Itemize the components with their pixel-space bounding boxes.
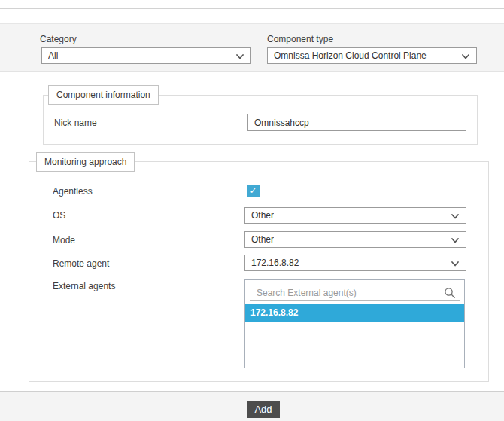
external-agents-list: 172.16.8.82 [245, 304, 464, 322]
component-type-select[interactable]: Omnissa Horizon Cloud Control Plane [267, 47, 477, 64]
category-select-value: All [48, 50, 58, 61]
os-label: OS [53, 210, 65, 221]
category-select[interactable]: All [41, 47, 251, 64]
top-divider [0, 8, 504, 9]
mode-select[interactable]: Other [244, 231, 466, 248]
nick-name-input[interactable] [247, 114, 466, 131]
action-bar: Add [0, 391, 504, 421]
os-select[interactable]: Other [244, 207, 466, 224]
chevron-down-icon [462, 54, 469, 59]
nick-name-label: Nick name [54, 117, 97, 128]
external-agents-listbox: 172.16.8.82 [244, 279, 465, 368]
add-button[interactable]: Add [247, 401, 280, 418]
remote-agent-select[interactable]: 172.16.8.82 [244, 255, 466, 271]
remote-agent-select-value: 172.16.8.82 [251, 258, 299, 268]
list-item-external-agent[interactable]: 172.16.8.82 [245, 304, 464, 322]
category-label: Category [40, 34, 77, 44]
monitoring-approach-legend: Monitoring approach [36, 152, 135, 172]
component-type-label: Component type [267, 34, 333, 44]
chevron-down-icon [451, 261, 459, 267]
add-component-form: Category All Component type Omnissa Hori… [0, 0, 504, 421]
os-select-value: Other [251, 210, 274, 221]
filter-bar: Category All Component type Omnissa Hori… [0, 23, 504, 72]
component-information-legend: Component information [48, 85, 159, 105]
external-agents-label: External agents [53, 281, 115, 291]
remote-agent-label: Remote agent [53, 258, 109, 269]
checkmark-icon: ✓ [249, 185, 257, 196]
search-icon[interactable] [444, 287, 456, 299]
chevron-down-icon [451, 214, 459, 219]
external-agents-search-input[interactable] [250, 285, 460, 301]
mode-select-value: Other [251, 234, 274, 245]
chevron-down-icon [236, 54, 244, 59]
external-agents-search-wrap [250, 285, 460, 301]
chevron-down-icon [451, 238, 459, 243]
agentless-label: Agentless [53, 186, 93, 197]
mode-label: Mode [53, 235, 75, 246]
component-type-select-value: Omnissa Horizon Cloud Control Plane [274, 50, 427, 61]
agentless-checkbox[interactable]: ✓ [247, 185, 260, 197]
